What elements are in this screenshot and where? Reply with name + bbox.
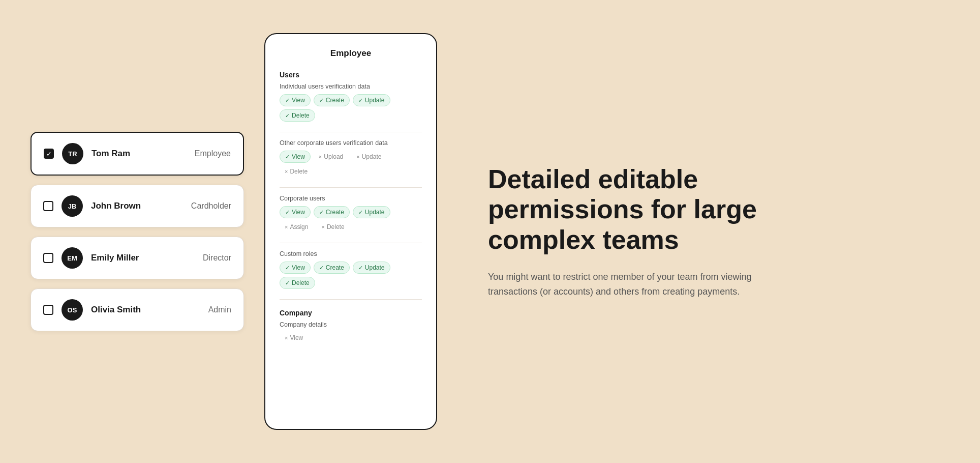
user-role-tom-ram: Employee	[195, 149, 231, 158]
perm-badge-corporate-users-view: ✓View	[280, 151, 311, 163]
user-name-emily-miller: Emily Miller	[91, 253, 195, 263]
checkbox-emily-miller[interactable]	[43, 253, 53, 263]
check-icon: ✓	[285, 154, 290, 160]
main-container: ✓TRTom RamEmployeeJBJohn BrownCardholder…	[0, 0, 980, 463]
perm-badge-individual-users-delete: ✓Delete	[280, 109, 315, 122]
check-icon: ✓	[285, 280, 290, 286]
checkbox-tom-ram[interactable]: ✓	[44, 149, 54, 159]
user-role-emily-miller: Director	[203, 253, 231, 263]
perm-label-create: Create	[326, 209, 344, 216]
perm-label-update: Update	[365, 209, 385, 216]
permissions-row-corporate-users: ✓View×Upload×Update×Delete	[280, 151, 422, 177]
user-role-john-brown: Cardholder	[191, 201, 231, 211]
perm-badge-corporate-users-2-assign: ×Assign	[280, 221, 313, 233]
avatar-tom-ram: TR	[62, 143, 83, 164]
cross-icon: ×	[285, 224, 288, 230]
user-name-tom-ram: Tom Ram	[91, 149, 187, 159]
check-icon: ✓	[358, 97, 363, 104]
section-divider	[280, 132, 422, 132]
section-divider	[280, 187, 422, 188]
permissions-row-corporate-users-2: ✓View✓Create✓Update×Assign×Delete	[280, 206, 422, 233]
permissions-row-custom-roles: ✓View✓Create✓Update✓Delete	[280, 262, 422, 289]
permissions-panel: Employee UsersIndividual users verificat…	[264, 33, 437, 430]
section-title-company: Company	[280, 309, 422, 317]
perm-label-update: Update	[365, 97, 385, 104]
cross-icon: ×	[285, 168, 288, 175]
avatar-emily-miller: EM	[62, 247, 83, 269]
perm-label-create: Create	[326, 264, 344, 271]
section-title-users: Users	[280, 71, 422, 79]
check-icon: ✓	[285, 112, 290, 119]
perm-label-view: View	[292, 153, 305, 160]
user-role-olivia-smith: Admin	[208, 305, 231, 314]
perm-badge-corporate-users-2-create: ✓Create	[314, 206, 350, 218]
subtext: You might want to restrict one member of…	[488, 270, 773, 299]
perm-label-delete: Delete	[290, 168, 308, 175]
perm-label-create: Create	[326, 97, 344, 104]
perm-badge-individual-users-view: ✓View	[280, 94, 311, 106]
section-divider	[280, 243, 422, 243]
perm-label-assign: Assign	[290, 223, 308, 230]
check-icon: ✓	[285, 265, 290, 271]
major-section-divider	[280, 299, 422, 300]
check-icon: ✓	[358, 209, 363, 216]
permissions-row-company-details: ×View	[280, 332, 422, 343]
perm-label-delete: Delete	[292, 112, 310, 119]
check-icon: ✓	[285, 97, 290, 104]
perm-label-view: View	[292, 209, 305, 216]
check-icon: ✓	[319, 265, 324, 271]
perm-badge-individual-users-update: ✓Update	[353, 94, 390, 106]
checkbox-john-brown[interactable]	[43, 201, 53, 211]
cross-icon: ×	[319, 154, 322, 160]
perm-badge-custom-roles-create: ✓Create	[314, 262, 350, 274]
check-icon: ✓	[285, 209, 290, 216]
perm-label-view: View	[292, 264, 305, 271]
perm-badge-corporate-users-2-update: ✓Update	[353, 206, 390, 218]
cross-icon: ×	[285, 335, 288, 341]
subsection-subtitle-corporate-users: Other corporate users verification data	[280, 139, 422, 147]
user-name-john-brown: John Brown	[91, 201, 183, 211]
perm-badge-individual-users-create: ✓Create	[314, 94, 350, 106]
user-card-olivia-smith[interactable]: OSOlivia SmithAdmin	[30, 288, 244, 331]
headline: Detailed editable permissions for large …	[488, 164, 793, 255]
perm-label-update: Update	[362, 153, 382, 160]
user-card-emily-miller[interactable]: EMEmily MillerDirector	[30, 237, 244, 279]
user-card-john-brown[interactable]: JBJohn BrownCardholder	[30, 185, 244, 227]
perm-label-delete: Delete	[327, 223, 345, 230]
user-card-tom-ram[interactable]: ✓TRTom RamEmployee	[30, 132, 244, 176]
perm-badge-corporate-users-2-delete: ×Delete	[316, 221, 349, 233]
perm-badge-custom-roles-update: ✓Update	[353, 262, 390, 274]
perm-label-view: View	[290, 334, 303, 341]
avatar-john-brown: JB	[62, 195, 83, 217]
panel-title: Employee	[280, 48, 422, 59]
perm-badge-corporate-users-delete: ×Delete	[280, 166, 313, 177]
perm-label-update: Update	[365, 264, 385, 271]
subsection-subtitle-company-details: Company details	[280, 321, 422, 328]
cross-icon: ×	[321, 224, 324, 230]
check-icon: ✓	[358, 265, 363, 271]
perm-label-delete: Delete	[292, 279, 310, 286]
user-list: ✓TRTom RamEmployeeJBJohn BrownCardholder…	[30, 132, 244, 331]
user-name-olivia-smith: Olivia Smith	[91, 305, 200, 315]
check-icon: ✓	[319, 97, 324, 104]
checkbox-olivia-smith[interactable]	[43, 305, 53, 315]
perm-label-view: View	[292, 97, 305, 104]
right-content: Detailed editable permissions for large …	[457, 164, 950, 299]
subsection-subtitle-individual-users: Individual users verification data	[280, 83, 422, 90]
subsection-subtitle-custom-roles: Custom roles	[280, 250, 422, 257]
perm-badge-custom-roles-view: ✓View	[280, 262, 311, 274]
cross-icon: ×	[356, 154, 359, 160]
check-icon: ✓	[319, 209, 324, 216]
perm-badge-corporate-users-update: ×Update	[351, 151, 386, 163]
avatar-olivia-smith: OS	[62, 299, 83, 321]
perm-badge-custom-roles-delete: ✓Delete	[280, 277, 315, 289]
perm-badge-corporate-users-upload: ×Upload	[314, 151, 348, 163]
perm-badge-corporate-users-2-view: ✓View	[280, 206, 311, 218]
perm-label-upload: Upload	[324, 153, 343, 160]
subsection-subtitle-corporate-users-2: Corporate users	[280, 195, 422, 202]
permissions-row-individual-users: ✓View✓Create✓Update✓Delete	[280, 94, 422, 122]
perm-badge-company-details-view: ×View	[280, 332, 308, 343]
